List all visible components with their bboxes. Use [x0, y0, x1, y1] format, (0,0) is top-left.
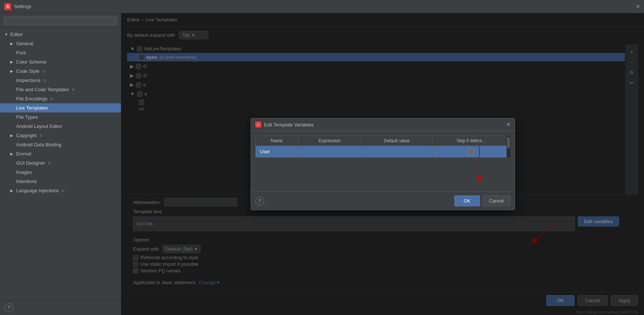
- sidebar-item-images-label: Images: [16, 169, 32, 175]
- col-skip-if-defined: Skip if define...: [432, 136, 510, 146]
- copy-icon-code-style: ⧉: [43, 69, 45, 74]
- modal-icon: A: [255, 122, 261, 128]
- sidebar-item-file-code-templates-label: File and Code Templates: [16, 87, 69, 92]
- expand-arrow-emmet: ▶: [10, 152, 15, 156]
- copy-icon-copyright: ⧉: [40, 133, 42, 138]
- expand-arrow-code-style: ▶: [10, 69, 15, 73]
- expand-arrow-general: ▶: [10, 42, 15, 46]
- col-default-value: Default value: [361, 136, 432, 146]
- modal-table-wrap: Name Expression Default value Skip if de…: [255, 136, 510, 158]
- sidebar: ▼ Editor ▶ General ▶ Font ▶ Color Scheme…: [0, 13, 121, 315]
- sidebar-item-file-code-templates[interactable]: ▶ File and Code Templates ⧉: [0, 85, 121, 94]
- sidebar-item-code-style[interactable]: ▶ Code Style ⧉: [0, 67, 121, 76]
- expand-arrow-copyright: ▶: [10, 133, 15, 137]
- modal-footer: ? OK Cancel: [251, 191, 515, 210]
- sidebar-item-editor[interactable]: ▼ Editor: [0, 30, 121, 39]
- sidebar-item-copyright[interactable]: ▶ Copyright ⧉: [0, 131, 121, 140]
- sidebar-item-file-encodings-label: File Encodings: [16, 96, 47, 101]
- modal-footer-buttons: OK Cancel: [454, 196, 510, 206]
- sidebar-item-copyright-label: Copyright: [16, 133, 37, 138]
- sidebar-item-language-injections[interactable]: ▶ Language Injections ⧉: [0, 186, 121, 195]
- sidebar-item-inspections-label: Inspections: [16, 78, 40, 83]
- app-icon: A: [4, 3, 11, 10]
- copy-icon-file-encodings: ⧉: [50, 97, 53, 101]
- copy-icon-gui-designer: ⧉: [48, 161, 51, 165]
- sidebar-item-images[interactable]: ▶ Images: [0, 168, 121, 177]
- sidebar-item-editor-label: Editor: [10, 32, 23, 37]
- window-close-button[interactable]: ×: [636, 3, 640, 10]
- sidebar-item-android-layout-editor-label: Android Layout Editor: [16, 124, 62, 129]
- expand-arrow-color-scheme: ▶: [10, 60, 15, 64]
- skip-checkbox[interactable]: [468, 149, 474, 155]
- modal-cancel-button[interactable]: Cancel: [483, 196, 510, 206]
- sidebar-item-gui-designer[interactable]: ▶ GUI Designer ⧉: [0, 158, 121, 168]
- modal-close-button[interactable]: ×: [507, 121, 510, 128]
- table-row[interactable]: User: [255, 146, 510, 158]
- sidebar-item-code-style-label: Code Style: [16, 68, 40, 74]
- table-scroll-thumb: [507, 137, 510, 148]
- sidebar-item-gui-designer-label: GUI Designer: [16, 160, 45, 166]
- sidebar-item-font[interactable]: ▶ Font: [0, 48, 121, 57]
- col-expression: Expression: [298, 136, 361, 146]
- modal-dialog: A Edit Template Variables × Name Express…: [251, 118, 515, 210]
- sidebar-item-file-types[interactable]: ▶ File Types: [0, 112, 121, 122]
- expand-arrow-editor: ▼: [4, 32, 9, 36]
- sidebar-item-file-types-label: File Types: [16, 114, 38, 120]
- cell-skip[interactable]: [432, 146, 510, 158]
- modal-body: Name Expression Default value Skip if de…: [251, 131, 515, 191]
- sidebar-item-font-label: Font: [16, 50, 26, 56]
- modal-title: Edit Template Variables: [264, 122, 314, 128]
- sidebar-item-general[interactable]: ▶ General: [0, 39, 121, 48]
- sidebar-item-intentions-label: Intentions: [16, 179, 37, 184]
- sidebar-search-area: [0, 13, 121, 28]
- modal-title-left: A Edit Template Variables: [255, 122, 314, 128]
- sidebar-item-language-injections-label: Language Injections: [16, 188, 59, 193]
- sidebar-item-live-templates[interactable]: ▶ Live Templates: [0, 103, 121, 112]
- main-layout: ▼ Editor ▶ General ▶ Font ▶ Color Scheme…: [0, 13, 644, 315]
- modal-ok-button[interactable]: OK: [454, 196, 480, 206]
- cell-name: User: [255, 146, 298, 158]
- title-bar: A Settings ×: [0, 0, 644, 13]
- modal-variables-table: Name Expression Default value Skip if de…: [255, 136, 510, 158]
- sidebar-item-live-templates-label: Live Templates: [16, 105, 48, 111]
- title-bar-left: A Settings: [4, 3, 31, 10]
- sidebar-item-general-label: General: [16, 41, 33, 46]
- sidebar-item-intentions[interactable]: ▶ Intentions: [0, 177, 121, 186]
- sidebar-help-button[interactable]: ?: [4, 303, 13, 312]
- col-name: Name: [255, 136, 298, 146]
- table-scrollbar[interactable]: [507, 136, 510, 158]
- sidebar-item-android-data-binding[interactable]: ▶ Android Data Binding: [0, 140, 121, 149]
- window-title: Settings: [14, 4, 31, 9]
- search-input[interactable]: [4, 16, 117, 25]
- sidebar-item-emmet-label: Emmet: [16, 151, 31, 157]
- sidebar-item-emmet[interactable]: ▶ Emmet: [0, 149, 121, 158]
- modal-help-button[interactable]: ?: [255, 197, 264, 205]
- cell-expression[interactable]: [298, 146, 361, 158]
- copy-icon-language-injections: ⧉: [62, 189, 64, 193]
- cell-default-value[interactable]: [361, 146, 432, 158]
- sidebar-item-color-scheme-label: Color Scheme: [16, 59, 46, 65]
- sidebar-item-android-data-binding-label: Android Data Binding: [16, 142, 61, 147]
- copy-icon-file-code-templates: ⧉: [72, 87, 75, 92]
- modal-empty-space: [255, 158, 510, 187]
- modal-title-bar: A Edit Template Variables ×: [251, 118, 515, 131]
- content-area: Editor › Live Templates By default expan…: [121, 13, 644, 315]
- sidebar-item-color-scheme[interactable]: ▶ Color Scheme: [0, 57, 121, 67]
- sidebar-item-file-encodings[interactable]: ▶ File Encodings ⧉: [0, 94, 121, 103]
- expand-arrow-language-injections: ▶: [10, 189, 15, 193]
- sidebar-tree: ▼ Editor ▶ General ▶ Font ▶ Color Scheme…: [0, 28, 121, 300]
- sidebar-item-inspections[interactable]: ▶ Inspections ⧉: [0, 76, 121, 85]
- sidebar-item-android-layout-editor[interactable]: ▶ Android Layout Editor: [0, 122, 121, 131]
- copy-icon-inspections: ⧉: [43, 78, 46, 83]
- modal-overlay: A Edit Template Variables × Name Express…: [121, 13, 644, 315]
